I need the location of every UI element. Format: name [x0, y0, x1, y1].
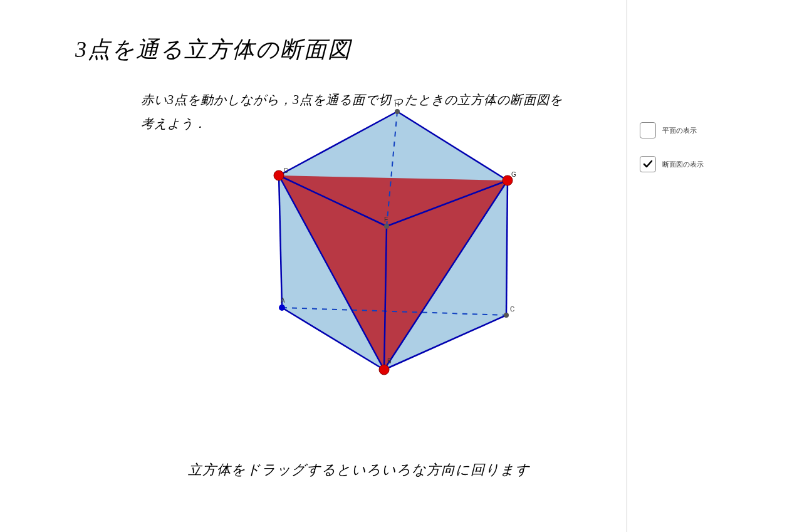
vertex-label-g: G — [511, 171, 516, 178]
hint-text: 立方体をドラッグするといろいろな方向に回ります — [188, 461, 530, 479]
vertex-label-b: B — [387, 358, 392, 365]
vertex-f — [384, 224, 389, 229]
cube-diagram[interactable]: ABCDHFG — [0, 0, 627, 532]
vertex-a — [279, 305, 285, 311]
vertex-label-c: C — [510, 306, 514, 313]
vertex-label-h: H — [395, 101, 399, 108]
vertex-c — [504, 313, 509, 318]
vertex-label-d: D — [284, 167, 288, 174]
main-panel: 3点を通る立方体の断面図 赤い3点を動かしながら，3点を通る面で切ったときの立方… — [0, 0, 627, 532]
side-panel: 平面の表示 断面図の表示 — [627, 0, 792, 532]
checkbox-cross-section-label: 断面図の表示 — [662, 160, 704, 169]
draggable-point-b[interactable] — [379, 365, 389, 375]
vertex-h — [395, 109, 400, 114]
vertex-label-a: A — [281, 297, 285, 304]
vertex-label-f: F — [384, 216, 388, 223]
checkbox-row-plane: 平面の表示 — [640, 122, 792, 138]
checkmark-icon — [643, 159, 653, 169]
checkbox-cross-section[interactable] — [640, 156, 656, 172]
draggable-point-d[interactable] — [274, 170, 284, 180]
checkbox-plane-label: 平面の表示 — [662, 126, 697, 135]
checkbox-row-cross-section: 断面図の表示 — [640, 156, 792, 172]
checkbox-plane[interactable] — [640, 122, 656, 138]
